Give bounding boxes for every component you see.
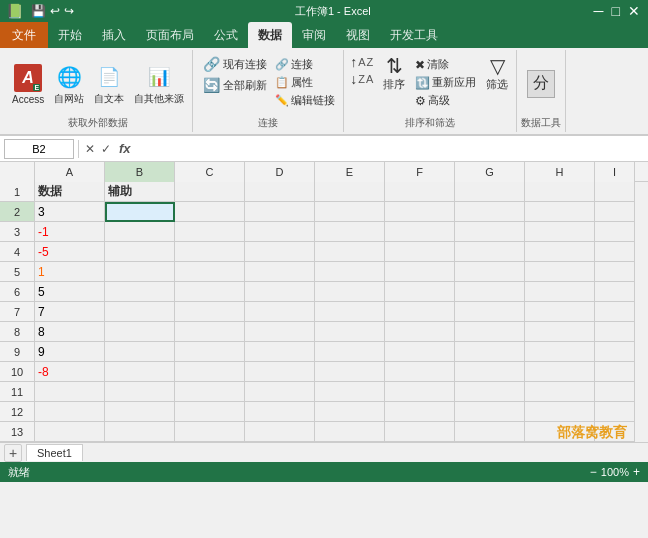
cell-c6[interactable] <box>175 282 245 302</box>
function-btn[interactable]: fx <box>115 141 135 156</box>
cell-e4[interactable] <box>315 242 385 262</box>
btn-sort-az[interactable]: ↑ A Z <box>348 54 375 70</box>
cell-e8[interactable] <box>315 322 385 342</box>
cell-g9[interactable] <box>455 342 525 362</box>
cell-e13[interactable] <box>315 422 385 442</box>
cell-c12[interactable] <box>175 402 245 422</box>
cell-f2[interactable] <box>385 202 455 222</box>
col-header-g[interactable]: G <box>455 162 525 182</box>
cell-c9[interactable] <box>175 342 245 362</box>
cell-g6[interactable] <box>455 282 525 302</box>
cell-a3[interactable]: -1 <box>35 222 105 242</box>
minimize-btn[interactable]: ─ <box>594 3 604 19</box>
cell-b10[interactable] <box>105 362 175 382</box>
cell-d12[interactable] <box>245 402 315 422</box>
cell-b11[interactable] <box>105 382 175 402</box>
cell-i1[interactable] <box>595 182 635 202</box>
zoom-in-btn[interactable]: + <box>633 465 640 479</box>
cell-g3[interactable] <box>455 222 525 242</box>
row-header-3[interactable]: 3 <box>0 222 35 242</box>
cell-g1[interactable] <box>455 182 525 202</box>
btn-from-text[interactable]: 📄 自文本 <box>90 61 128 108</box>
cell-c3[interactable] <box>175 222 245 242</box>
confirm-formula-btn[interactable]: ✓ <box>99 142 113 156</box>
cell-b3[interactable] <box>105 222 175 242</box>
cell-e6[interactable] <box>315 282 385 302</box>
row-header-9[interactable]: 9 <box>0 342 35 362</box>
tab-developer[interactable]: 开发工具 <box>380 22 448 48</box>
cell-h6[interactable] <box>525 282 595 302</box>
btn-filter[interactable]: ▽ 筛选 <box>482 54 512 94</box>
btn-refresh-all[interactable]: 🔄 全部刷新 <box>199 75 271 95</box>
cell-d2[interactable] <box>245 202 315 222</box>
tab-insert[interactable]: 插入 <box>92 22 136 48</box>
cell-d3[interactable] <box>245 222 315 242</box>
cell-f8[interactable] <box>385 322 455 342</box>
redo-icon[interactable]: ↪ <box>64 4 74 18</box>
cell-c10[interactable] <box>175 362 245 382</box>
row-header-13[interactable]: 13 <box>0 422 35 442</box>
btn-reapply[interactable]: 🔃 重新应用 <box>413 74 478 91</box>
cell-c4[interactable] <box>175 242 245 262</box>
cell-c8[interactable] <box>175 322 245 342</box>
col-header-d[interactable]: D <box>245 162 315 182</box>
cell-a11[interactable] <box>35 382 105 402</box>
col-header-f[interactable]: F <box>385 162 455 182</box>
cell-d4[interactable] <box>245 242 315 262</box>
cell-a10[interactable]: -8 <box>35 362 105 382</box>
cell-b5[interactable] <box>105 262 175 282</box>
cell-h11[interactable] <box>525 382 595 402</box>
cell-f7[interactable] <box>385 302 455 322</box>
zoom-out-btn[interactable]: − <box>590 465 597 479</box>
btn-from-other[interactable]: 📊 自其他来源 <box>130 61 188 108</box>
cell-g10[interactable] <box>455 362 525 382</box>
cell-a2[interactable]: 3 <box>35 202 105 222</box>
cell-i3[interactable] <box>595 222 635 242</box>
tab-view[interactable]: 视图 <box>336 22 380 48</box>
cell-h2[interactable] <box>525 202 595 222</box>
cell-i8[interactable] <box>595 322 635 342</box>
formula-input[interactable] <box>137 139 644 159</box>
cell-f10[interactable] <box>385 362 455 382</box>
tab-review[interactable]: 审阅 <box>292 22 336 48</box>
row-header-7[interactable]: 7 <box>0 302 35 322</box>
tab-file[interactable]: 文件 <box>0 22 48 48</box>
col-header-i[interactable]: I <box>595 162 635 182</box>
cell-d6[interactable] <box>245 282 315 302</box>
cell-d13[interactable] <box>245 422 315 442</box>
name-box[interactable] <box>4 139 74 159</box>
cell-a8[interactable]: 8 <box>35 322 105 342</box>
sheet-tab-1[interactable]: Sheet1 <box>26 444 83 461</box>
row-header-5[interactable]: 5 <box>0 262 35 282</box>
cell-e10[interactable] <box>315 362 385 382</box>
cancel-formula-btn[interactable]: ✕ <box>83 142 97 156</box>
cell-i10[interactable] <box>595 362 635 382</box>
cell-f4[interactable] <box>385 242 455 262</box>
cell-a13[interactable] <box>35 422 105 442</box>
btn-sort-za[interactable]: ↓ Z A <box>348 71 375 87</box>
tab-data[interactable]: 数据 <box>248 22 292 48</box>
cell-g8[interactable] <box>455 322 525 342</box>
cell-f6[interactable] <box>385 282 455 302</box>
cell-g2[interactable] <box>455 202 525 222</box>
cell-f12[interactable] <box>385 402 455 422</box>
row-header-10[interactable]: 10 <box>0 362 35 382</box>
cell-i6[interactable] <box>595 282 635 302</box>
cell-f1[interactable] <box>385 182 455 202</box>
cell-g13[interactable] <box>455 422 525 442</box>
cell-i9[interactable] <box>595 342 635 362</box>
cell-h5[interactable] <box>525 262 595 282</box>
cell-d9[interactable] <box>245 342 315 362</box>
col-header-c[interactable]: C <box>175 162 245 182</box>
add-sheet-btn[interactable]: + <box>4 444 22 462</box>
cell-d11[interactable] <box>245 382 315 402</box>
cell-e3[interactable] <box>315 222 385 242</box>
cell-b9[interactable] <box>105 342 175 362</box>
cell-i7[interactable] <box>595 302 635 322</box>
cell-h10[interactable] <box>525 362 595 382</box>
cell-h1[interactable] <box>525 182 595 202</box>
cell-f9[interactable] <box>385 342 455 362</box>
cell-d8[interactable] <box>245 322 315 342</box>
cell-a9[interactable]: 9 <box>35 342 105 362</box>
cell-c7[interactable] <box>175 302 245 322</box>
